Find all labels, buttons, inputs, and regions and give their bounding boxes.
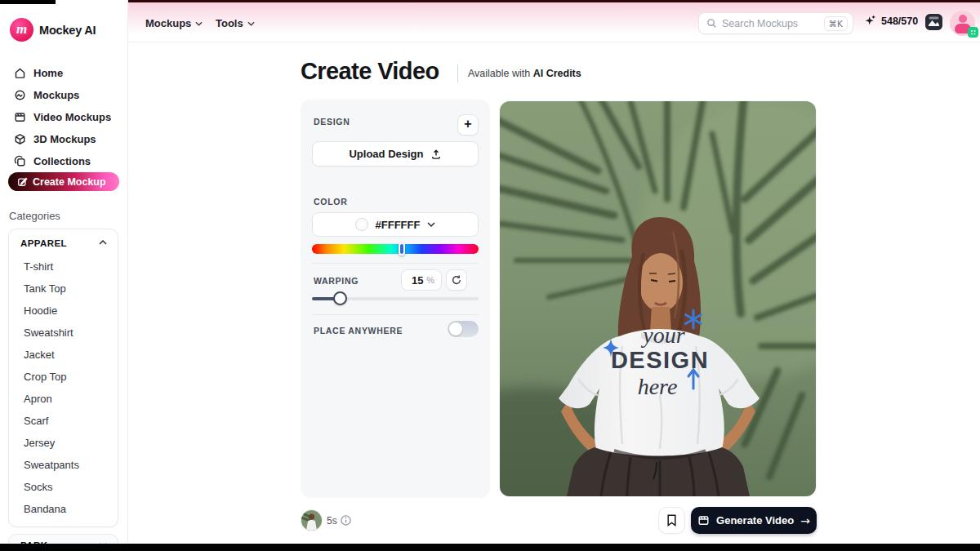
upload-design-button[interactable]: Upload Design: [312, 141, 479, 167]
availability-bold: AI Credits: [533, 68, 581, 79]
collections-icon: [14, 155, 26, 167]
category-item-tshirt[interactable]: T-shirt: [24, 260, 53, 273]
search-box[interactable]: ⌘K: [698, 12, 853, 34]
categories-heading: Categories: [9, 210, 60, 222]
divider: [312, 263, 479, 264]
place-anywhere-label: PLACE ANYWHERE: [314, 326, 403, 335]
hue-slider-thumb[interactable]: [399, 242, 405, 256]
color-label: COLOR: [314, 197, 347, 207]
category-item-socks[interactable]: Socks: [24, 481, 52, 493]
sidebar-item-collections[interactable]: Collections: [0, 150, 128, 172]
clapperboard-icon: [697, 514, 710, 527]
menu-tools[interactable]: Tools: [216, 17, 255, 29]
page-title: Create Video: [301, 58, 439, 85]
category-item-hoodie[interactable]: Hoodie: [24, 304, 57, 317]
sidebar-item-mockups[interactable]: Mockups: [0, 84, 128, 106]
availability-prefix: Available with: [468, 68, 530, 79]
credits-value: 548/570: [881, 16, 918, 27]
category-item-sweatpants[interactable]: Sweatpants: [24, 459, 79, 471]
warping-reset-button[interactable]: [446, 269, 467, 291]
avatar-status-badge: [968, 27, 978, 38]
category-item-jacket[interactable]: Jacket: [24, 349, 55, 361]
reset-icon: [451, 274, 462, 286]
category-title[interactable]: APPAREL: [20, 238, 67, 248]
topbar: Mockups Tools ⌘K 548/570: [128, 0, 980, 42]
menu-label: Mockups: [145, 17, 191, 29]
sidebar-item-label: Mockups: [33, 89, 79, 101]
color-value: #FFFFFF: [376, 219, 421, 231]
warping-label: WARPING: [314, 276, 359, 286]
warping-unit: %: [426, 275, 434, 285]
sidebar-item-label: Collections: [33, 155, 91, 167]
shirt-text-line3: here: [638, 374, 678, 399]
credits-counter[interactable]: 548/570: [864, 15, 918, 27]
gallery-icon[interactable]: [925, 14, 942, 30]
warping-slider-thumb[interactable]: [333, 291, 347, 305]
sidebar-item-label: 3D Mockups: [33, 133, 96, 145]
menu-mockups[interactable]: Mockups: [145, 17, 203, 29]
info-icon[interactable]: [341, 515, 351, 526]
letterbox-bottom: [0, 544, 980, 551]
category-item-sweatshirt[interactable]: Sweatshirt: [24, 327, 74, 339]
create-mockup-button[interactable]: Create Mockup: [8, 172, 119, 191]
bookmark-icon: [666, 514, 677, 527]
chevron-down-icon: [247, 21, 255, 26]
category-item-bandana[interactable]: Bandana: [24, 503, 66, 515]
letterbox-top-line: [128, 0, 980, 2]
category-card-apparel: APPAREL T-shirt Tank Top Hoodie Sweatshi…: [8, 229, 118, 527]
upload-icon: [430, 149, 442, 160]
sidebar-item-label: Video Mockups: [33, 111, 111, 123]
home-icon: [14, 67, 26, 79]
category-item-scarf[interactable]: Scarf: [24, 415, 48, 427]
search-icon: [706, 18, 717, 29]
warping-value: 15: [412, 274, 423, 287]
color-select[interactable]: #FFFFFF: [312, 212, 479, 237]
search-input[interactable]: [722, 18, 819, 29]
category-item-apron[interactable]: Apron: [24, 393, 52, 405]
color-swatch: [355, 218, 368, 231]
design-label: DESIGN: [314, 117, 350, 127]
tshirt-mockup-scene: your DESIGN here: [500, 101, 816, 496]
mockups-icon: [14, 89, 26, 101]
sparkle-credits-icon: [864, 15, 876, 27]
category-item-tank-top[interactable]: Tank Top: [24, 282, 66, 295]
controls-panel: DESIGN + Upload Design COLOR #FFFFFF WAR…: [301, 100, 490, 498]
divider: [312, 314, 479, 315]
cube-icon: [14, 133, 26, 145]
bookmark-button[interactable]: [658, 507, 685, 534]
arrow-right-icon: →: [800, 514, 810, 527]
hue-slider[interactable]: [312, 244, 479, 254]
upload-design-label: Upload Design: [349, 148, 423, 160]
search-shortcut: ⌘K: [824, 16, 848, 31]
category-item-jersey[interactable]: Jersey: [24, 437, 55, 449]
chevron-down-icon: [195, 21, 203, 26]
title-divider: [457, 64, 458, 82]
preview-thumbnail[interactable]: [301, 510, 322, 531]
sidebar-item-3d-mockups[interactable]: 3D Mockups: [0, 128, 128, 150]
generate-video-label: Generate Video: [716, 514, 794, 527]
sidebar-item-video-mockups[interactable]: Video Mockups: [0, 106, 128, 128]
brand-logo-icon[interactable]: m: [10, 18, 33, 42]
warping-slider[interactable]: [312, 297, 479, 300]
brand-name: Mockey AI: [39, 24, 96, 37]
chevron-down-icon: [427, 222, 435, 227]
letterbox-top-left: [0, 0, 56, 4]
category-item-crop-top[interactable]: Crop Top: [24, 371, 67, 383]
app-root: m Mockey AI Home Mockups Video Mockups 3…: [0, 0, 980, 551]
plus-icon: +: [464, 118, 471, 131]
sidebar-item-label: Home: [33, 67, 63, 79]
warping-value-box[interactable]: 15 %: [401, 269, 442, 291]
video-duration: 5s: [327, 515, 337, 527]
add-design-button[interactable]: +: [457, 114, 479, 136]
menu-label: Tools: [216, 17, 243, 29]
avatar-head: [959, 15, 967, 23]
chevron-up-icon[interactable]: [99, 240, 107, 245]
clapperboard-icon: [14, 111, 26, 123]
generate-video-button[interactable]: Generate Video →: [691, 507, 817, 534]
place-anywhere-toggle[interactable]: [448, 321, 479, 337]
availability-note: Available with AI Credits: [468, 68, 581, 79]
sidebar-item-home[interactable]: Home: [0, 62, 128, 84]
pen-icon: [17, 176, 28, 187]
shirt-text-line1: your: [640, 322, 684, 348]
mockup-preview-image[interactable]: your DESIGN here: [500, 101, 816, 496]
